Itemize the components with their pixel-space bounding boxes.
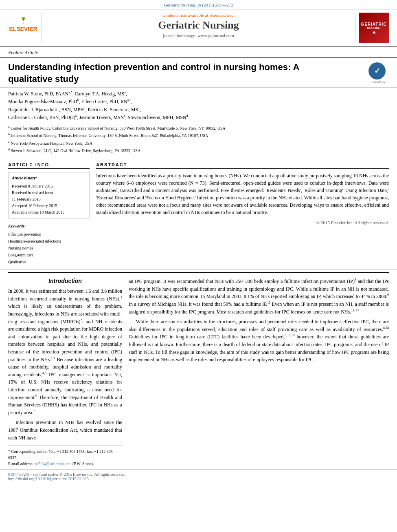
- geriatric-nursing-badge: GERIATRIC NURSING 📰: [359, 13, 389, 43]
- keyword-1: Infection prevention: [8, 231, 90, 238]
- elsevier-brand: ELSEVIER: [7, 26, 39, 32]
- keyword-4: Long-term care: [8, 252, 90, 258]
- comma2: ,: [131, 99, 132, 104]
- body-left-column: Introduction In 2000, it was estimated t…: [8, 278, 122, 467]
- affil-a: a Center for Health Policy, Columbia Uni…: [8, 125, 389, 131]
- author9-name: , Steven Schweon, MPH, MSN: [125, 115, 186, 120]
- citation-text: Geriatric Nursing 36 (2015) 267—272: [164, 2, 233, 7]
- history-heading: Article history:: [12, 175, 86, 181]
- corresponding-footnote: * Corresponding author. Tel.: +1 212 305…: [8, 448, 122, 461]
- article-info-heading: ARTICLE INFO: [8, 162, 90, 169]
- author6-name: , Patricia K. Semeraro, MS: [85, 107, 138, 113]
- crossmark-label: CrossMark: [368, 80, 389, 84]
- article-history-block: Article history: Received 8 January 2015…: [8, 172, 90, 219]
- author-line-2: Monika Pogorzelska-Maziarz, PhDb, Eileen…: [8, 98, 389, 106]
- keywords-block: Keywords: Infection prevention Healthcar…: [8, 223, 90, 265]
- intro-para1: In 2000, it was estimated that between 1…: [8, 287, 122, 416]
- available-date: Available online 18 March 2015: [12, 209, 86, 216]
- author8-name: , Jasmine Travers, MSN: [77, 115, 124, 120]
- sciencedirect-anchor[interactable]: ScienceDirect: [209, 13, 235, 18]
- revised-label: Received in revised form: [12, 190, 86, 196]
- abstract-heading: ABSTRACT: [96, 162, 389, 169]
- author4-name: , Eileen Carter, PhD, RN: [79, 99, 127, 104]
- doi-line: http://dx.doi.org/10.1016/j.gerinurse.20…: [8, 477, 389, 481]
- accepted-date: Accepted 16 February 2015: [12, 203, 86, 209]
- author-line-1: Patricia W. Stone, PhD, FAANa,*, Carolyn…: [8, 90, 389, 98]
- authors-section: Patricia W. Stone, PhD, FAANa,*, Carolyn…: [0, 88, 397, 123]
- keyword-5: Qualitative: [8, 258, 90, 265]
- journal-title: Geriatric Nursing: [46, 19, 351, 31]
- intro-para2: Infection prevention in NHs has evolved …: [8, 419, 122, 441]
- issn-line: 0197-4572/$ – see front matter © 2015 El…: [8, 472, 389, 477]
- author3-name: Monika Pogorzelska-Maziarz, PhD: [8, 99, 77, 104]
- revised-date: 11 February 2015: [12, 196, 86, 203]
- body-section: Introduction In 2000, it was estimated t…: [0, 275, 397, 469]
- crossmark-badge: ✓ CrossMark: [368, 62, 389, 83]
- affil-d: d Steven J. Schweon, LLC, 142 Owl Hollow…: [8, 147, 389, 154]
- body-right-column: an IPC program. It was recommended that …: [129, 278, 389, 467]
- article-info-abstract-section: ARTICLE INFO Article history: Received 8…: [0, 158, 397, 270]
- email-link[interactable]: ps2f24@columbia.edu: [35, 461, 72, 466]
- abstract-column: ABSTRACT Infections have been identified…: [96, 162, 389, 265]
- keywords-heading: Keywords:: [8, 223, 90, 230]
- author7-name: Catherine C. Cohen, BSN, PhD(c): [8, 115, 75, 120]
- author1-sup: a,*: [68, 91, 72, 94]
- author-line-3: Ragnhildur I. Bjarnadottir, BSN, MPHa, P…: [8, 106, 389, 114]
- right-body-text: an IPC program. It was recommended that …: [129, 278, 389, 364]
- crossmark-icon: ✓: [368, 62, 386, 79]
- author-line-4: Catherine C. Cohen, BSN, PhD(c)a, Jasmin…: [8, 114, 389, 121]
- elsevier-tree-icon: 🌳⚕: [7, 17, 39, 25]
- article-info-column: ARTICLE INFO Article history: Received 8…: [8, 162, 90, 265]
- author1-name: Patricia W. Stone, PhD, FAAN: [8, 91, 68, 97]
- keyword-2: Healthcare-associated infections: [8, 238, 90, 245]
- sciencedirect-link: Contents lists available at ScienceDirec…: [46, 13, 351, 18]
- journal-homepage: journal homepage: www.gnjournal.com: [46, 33, 351, 38]
- article-type: Feature Article: [0, 47, 397, 58]
- intro-body-text: In 2000, it was estimated that between 1…: [8, 287, 122, 441]
- footnote-section: * Corresponding author. Tel.: +1 212 305…: [8, 446, 122, 467]
- section-divider: [8, 272, 389, 273]
- elsevier-logo-area: 🌳⚕ ELSEVIER: [5, 13, 42, 43]
- author4-sup: a,c: [127, 98, 131, 102]
- author2-name: , Carolyn T.A. Herzig, MS: [72, 91, 125, 97]
- doi-link[interactable]: http://dx.doi.org/10.1016/j.gerinurse.20…: [8, 477, 89, 481]
- right-para1: an IPC program. It was recommended that …: [129, 278, 389, 316]
- journal-center: Contents lists available at ScienceDirec…: [42, 13, 355, 43]
- keyword-3: Nursing homes: [8, 245, 90, 252]
- right-para2: While there are some similarities in the…: [129, 318, 389, 364]
- email-footnote: E-mail address: ps2f24@columbia.edu (P.W…: [8, 461, 122, 467]
- bottom-bar: 0197-4572/$ – see front matter © 2015 El…: [0, 469, 397, 483]
- article-main-header: Understanding infection prevention and c…: [0, 58, 397, 88]
- affil-b: b Jefferson School of Nursing, Thomas Je…: [8, 132, 389, 139]
- intro-heading: Introduction: [8, 278, 122, 284]
- affiliations-section: a Center for Health Policy, Columbia Uni…: [0, 123, 397, 158]
- journal-header: 🌳⚕ ELSEVIER Contents lists available at …: [0, 9, 397, 47]
- journal-citation: Geriatric Nursing 36 (2015) 267—272: [0, 0, 397, 9]
- affil-c: c New York-Presbyterian Hospital, New Yo…: [8, 140, 389, 146]
- abstract-text: Infections have been identified as a pri…: [96, 172, 389, 226]
- journal-logo-right: GERIATRIC NURSING 📰: [355, 13, 392, 43]
- received-date: Received 8 January 2015: [12, 183, 86, 190]
- abstract-paragraph: Infections have been identified as a pri…: [96, 172, 389, 216]
- comma3: ,: [140, 107, 141, 113]
- author9-sup: d: [186, 114, 188, 118]
- comma1: ,: [126, 91, 127, 97]
- author5-name: Ragnhildur I. Bjarnadottir, BSN, MPH: [8, 107, 84, 113]
- copyright-line: © 2015 Elsevier Inc. All rights reserved…: [96, 219, 389, 226]
- article-title: Understanding infection prevention and c…: [8, 62, 342, 85]
